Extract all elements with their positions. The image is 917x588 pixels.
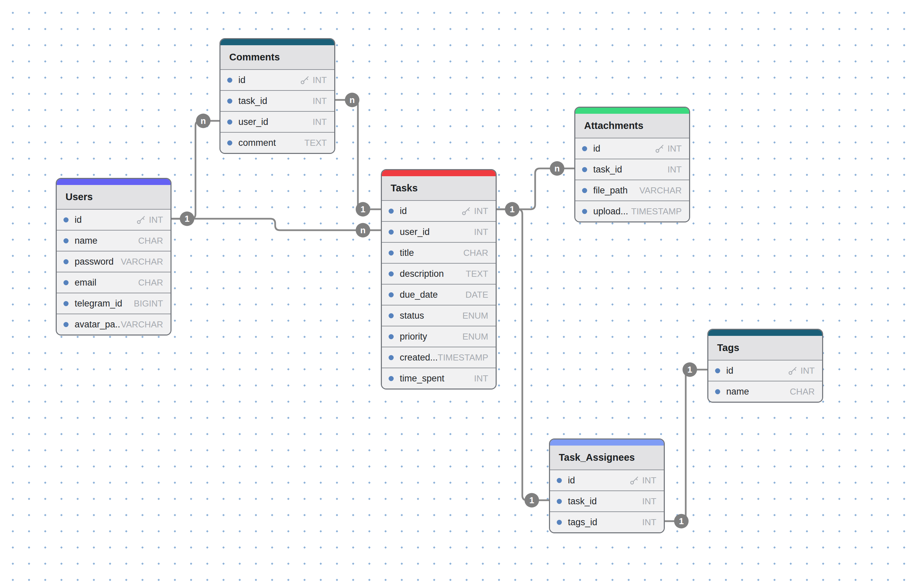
field-row-title[interactable]: titleCHAR [382,243,496,263]
field-dot-icon [715,389,720,394]
field-type: ENUM [462,331,488,342]
field-type: TEXT [304,138,327,148]
field-row-file_path[interactable]: file_pathVARCHAR [575,180,689,201]
field-name: title [400,248,463,258]
field-type: INT [655,144,682,154]
table-title: Users [57,185,170,210]
field-row-tags_id[interactable]: tags_idINT [550,512,664,532]
field-row-id[interactable]: idINT [550,470,664,491]
field-type: INT [629,475,657,486]
field-row-task_id[interactable]: task_idINT [550,491,664,512]
field-name: id [726,365,788,376]
cardinality-badge-1: 1 [505,202,520,217]
table-comments[interactable]: CommentsidINTtask_idINTuser_idINTcomment… [220,38,335,154]
field-type-label: TIMESTAMP [631,206,682,217]
field-dot-icon [582,167,587,172]
field-dot-icon [389,334,394,339]
field-dot-icon [227,99,232,103]
field-name: email [74,278,138,288]
table-accent-bar [550,439,664,446]
field-row-priority[interactable]: priorityENUM [382,326,496,347]
field-row-id[interactable]: idINT [382,201,496,222]
field-type: TIMESTAMP [438,352,488,363]
diagram-canvas[interactable]: CommentsidINTtask_idINTuser_idINTcomment… [0,0,917,588]
field-row-due_date[interactable]: due_dateDATE [382,284,496,305]
relationship-line-tags-id-to-task_assignees-tags_id[interactable] [665,370,707,521]
field-row-time_spent[interactable]: time_spentINT [382,368,496,389]
field-row-id[interactable]: idINT [708,360,822,381]
field-name: time_spent [400,373,474,384]
cardinality-badge-1: 1 [525,493,539,508]
field-name: id [74,215,136,225]
field-type-label: CHAR [138,278,163,288]
field-name: created... [400,352,438,363]
field-type-label: INT [801,365,815,376]
field-type-label: INT [474,206,488,216]
field-row-upload[interactable]: upload...TIMESTAMP [575,201,689,221]
table-task_assignees[interactable]: Task_AssigneesidINTtask_idINTtags_idINT [549,438,665,533]
table-accent-bar [57,179,170,185]
field-dot-icon [389,313,394,318]
field-row-id[interactable]: idINT [220,70,334,91]
field-type-label: INT [668,165,682,175]
relationship-line-tasks-id-to-task_assignees-task_id[interactable] [497,209,549,500]
table-attachments[interactable]: AttachmentsidINTtask_idINTfile_pathVARCH… [574,107,690,223]
field-type: CHAR [790,386,815,397]
field-name: telegram_id [74,298,134,309]
table-tasks[interactable]: TasksidINTuser_idINTtitleCHARdescription… [381,169,497,389]
field-row-comment[interactable]: commentTEXT [220,132,334,153]
field-row-task_id[interactable]: task_idINT [575,159,689,180]
field-dot-icon [63,217,68,223]
field-row-status[interactable]: statusENUM [382,305,496,326]
field-row-user_id[interactable]: user_idINT [382,222,496,243]
field-row-name[interactable]: nameCHAR [57,231,170,252]
field-row-id[interactable]: idINT [57,210,170,231]
relationship-line-tasks-id-to-comments-task_id[interactable] [335,100,381,209]
field-row-email[interactable]: emailCHAR [57,272,170,293]
field-name: id [593,144,655,154]
field-name: name [74,236,138,246]
cardinality-badge-n: n [345,93,359,107]
relationship-line-users-id-to-comments-user_id[interactable] [171,121,220,219]
field-type-label: INT [474,373,488,384]
field-dot-icon [227,120,232,124]
field-type-label: ENUM [462,331,488,342]
field-type: VARCHAR [121,319,163,330]
field-row-telegram_id[interactable]: telegram_idBIGINT [57,293,170,314]
field-type: INT [136,215,163,225]
field-type-label: INT [313,117,327,127]
field-row-user_id[interactable]: user_idINT [220,112,334,132]
field-dot-icon [715,368,720,373]
field-dot-icon [582,209,587,214]
field-dot-icon [389,250,394,255]
field-type-label: INT [313,96,327,106]
field-dot-icon [557,499,562,504]
cardinality-badge-n: n [196,114,211,128]
field-row-task_id[interactable]: task_idINT [220,91,334,112]
field-row-avatar_pa[interactable]: avatar_pa...VARCHAR [57,314,170,334]
cardinality-badge-n: n [356,223,370,237]
primary-key-icon [300,75,310,85]
field-row-id[interactable]: idINT [575,138,689,159]
field-row-created[interactable]: created...TIMESTAMP [382,347,496,368]
primary-key-icon [655,144,665,153]
field-type-label: BIGINT [134,298,163,309]
cardinality-badge-n: n [550,162,564,176]
field-row-description[interactable]: descriptionTEXT [382,263,496,284]
table-tags[interactable]: TagsidINTnameCHAR [707,329,823,403]
field-type-label: VARCHAR [639,185,682,196]
field-dot-icon [389,271,394,276]
field-name: password [74,257,121,267]
field-type-label: INT [313,75,327,86]
table-title: Comments [220,45,334,70]
primary-key-icon [788,365,798,376]
field-dot-icon [389,292,394,297]
table-users[interactable]: UsersidINTnameCHARpasswordVARCHARemailCH… [56,178,171,336]
field-dot-icon [63,322,68,327]
relationship-line-users-id-to-tasks-user_id[interactable] [171,219,381,230]
field-row-password[interactable]: passwordVARCHAR [57,252,170,272]
field-type-label: VARCHAR [121,257,163,267]
field-type-label: CHAR [463,248,488,258]
field-type: INT [474,227,488,237]
field-row-name[interactable]: nameCHAR [708,381,822,402]
